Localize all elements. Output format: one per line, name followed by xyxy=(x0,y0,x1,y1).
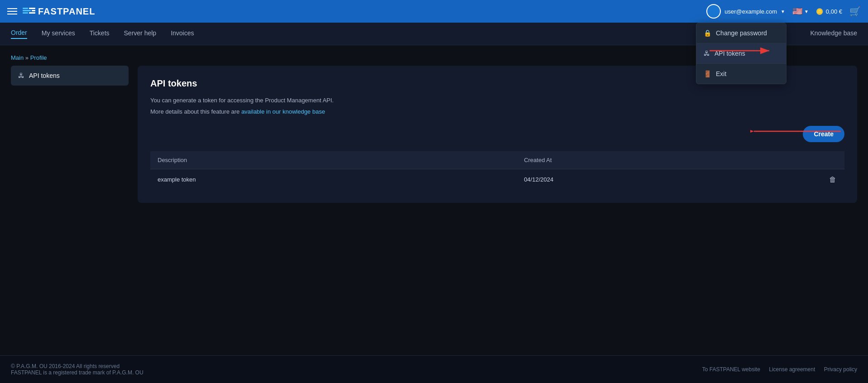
topbar-right: 👤 user@example.com ▼ 🇺🇸 ▼ 🪙 0,00 € 🛒 xyxy=(706,4,861,19)
balance-display[interactable]: 🪙 0,00 € xyxy=(816,8,842,15)
footer-link-license[interactable]: License agreement xyxy=(769,366,815,373)
user-dropdown-menu: 🔒 Change password 🖧 API tokens 🚪 Exit xyxy=(696,23,786,84)
dropdown-change-password-label: Change password xyxy=(716,29,767,37)
logo-icon xyxy=(23,7,35,16)
svg-rect-0 xyxy=(23,8,28,9)
dropdown-api-tokens-label: API tokens xyxy=(715,50,745,57)
delete-token-button[interactable]: 🗑 xyxy=(829,176,836,183)
footer-link-privacy[interactable]: Privacy policy xyxy=(824,366,857,373)
user-chevron-icon: ▼ xyxy=(781,9,785,14)
topbar: FASTPANEL 👤 user@example.com ▼ 🇺🇸 ▼ 🪙 0,… xyxy=(0,0,868,23)
flag-icon: 🇺🇸 xyxy=(792,6,802,16)
nav-tickets[interactable]: Tickets xyxy=(90,29,110,38)
content-description-2: More details about this feature are avai… xyxy=(150,107,844,117)
footer-copyright: © P.A.G.M. OU 2016-2024 All rights reser… xyxy=(11,363,144,369)
svg-rect-1 xyxy=(23,10,31,11)
dropdown-api-tokens[interactable]: 🖧 API tokens xyxy=(696,43,786,64)
nav-invoices[interactable]: Invoices xyxy=(171,29,194,38)
content-description-1: You can generate a token for accessing t… xyxy=(150,96,844,105)
breadcrumb-main[interactable]: Main xyxy=(11,54,24,61)
svg-rect-2 xyxy=(23,12,28,14)
sidebar: 🖧 API tokens xyxy=(11,66,129,203)
nav-my-services[interactable]: My services xyxy=(42,29,75,38)
wallet-icon: 🪙 xyxy=(816,8,823,15)
logo-text: FASTPANEL xyxy=(38,6,95,17)
token-description: example token xyxy=(150,169,517,190)
col-created-at: Created At xyxy=(517,151,822,169)
user-menu[interactable]: 👤 user@example.com ▼ xyxy=(706,4,785,19)
nav-server-help[interactable]: Server help xyxy=(124,29,157,38)
nav-order[interactable]: Order xyxy=(11,29,27,39)
footer-links: To FASTPANEL website License agreement P… xyxy=(695,366,857,373)
create-button[interactable]: Create xyxy=(803,126,844,142)
language-selector[interactable]: 🇺🇸 ▼ xyxy=(792,6,809,16)
create-row: Create xyxy=(150,126,844,142)
logo[interactable]: FASTPANEL xyxy=(23,6,95,17)
col-description: Description xyxy=(150,151,517,169)
sidebar-api-icon: 🖧 xyxy=(18,72,24,79)
svg-rect-5 xyxy=(29,12,35,14)
svg-rect-4 xyxy=(32,10,35,11)
desc-text-2: More details about this feature are xyxy=(150,108,241,115)
avatar: 👤 xyxy=(706,4,721,19)
breadcrumb-current[interactable]: Profile xyxy=(30,54,47,61)
flag-chevron-icon: ▼ xyxy=(804,9,809,14)
exit-icon: 🚪 xyxy=(704,70,711,77)
balance-amount: 0,00 € xyxy=(826,8,842,15)
topbar-left: FASTPANEL xyxy=(7,6,95,17)
token-created-at: 04/12/2024 xyxy=(517,169,822,190)
footer-left: © P.A.G.M. OU 2016-2024 All rights reser… xyxy=(11,363,144,376)
sidebar-item-label: API tokens xyxy=(29,72,60,79)
footer-trademark: FASTPANEL is a registered trade mark of … xyxy=(11,369,144,376)
svg-rect-3 xyxy=(29,8,35,9)
col-actions xyxy=(822,151,844,169)
nav-knowledge-base[interactable]: Knowledge base xyxy=(810,29,857,38)
table-row: example token 04/12/2024 🗑 xyxy=(150,169,844,190)
footer-link-website[interactable]: To FASTPANEL website xyxy=(702,366,760,373)
api-icon: 🖧 xyxy=(704,50,710,57)
knowledge-base-link[interactable]: available in our knowledge base xyxy=(241,108,325,115)
footer: © P.A.G.M. OU 2016-2024 All rights reser… xyxy=(0,355,868,383)
main-content: 🖧 API tokens API tokens You can generate… xyxy=(0,66,868,203)
content-panel: API tokens You can generate a token for … xyxy=(138,66,857,203)
table-header-row: Description Created At xyxy=(150,151,844,169)
cart-button[interactable]: 🛒 xyxy=(849,6,861,17)
dropdown-change-password[interactable]: 🔒 Change password xyxy=(696,23,786,43)
table-header: Description Created At xyxy=(150,151,844,169)
dropdown-exit-label: Exit xyxy=(716,70,726,77)
table-body: example token 04/12/2024 🗑 xyxy=(150,169,844,190)
breadcrumb-separator: » xyxy=(25,54,30,61)
dropdown-exit[interactable]: 🚪 Exit xyxy=(696,64,786,84)
desc-text-1: You can generate a token for accessing t… xyxy=(150,97,334,104)
lock-icon: 🔒 xyxy=(704,29,711,37)
hamburger-menu[interactable] xyxy=(7,8,17,14)
sidebar-item-api-tokens[interactable]: 🖧 API tokens xyxy=(11,66,129,86)
tokens-table: Description Created At example token 04/… xyxy=(150,151,844,190)
user-email: user@example.com xyxy=(724,8,777,15)
token-actions: 🗑 xyxy=(822,169,844,190)
